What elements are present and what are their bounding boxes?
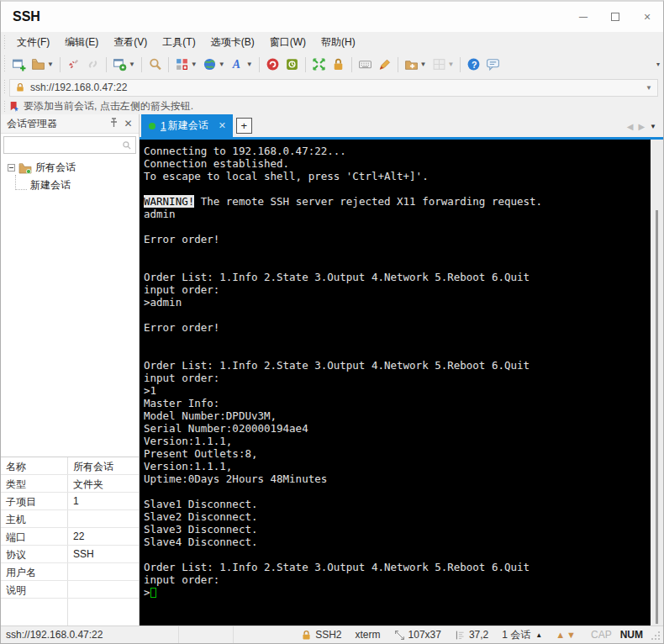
toolbar-overflow-caret[interactable]: ▾ <box>656 61 660 68</box>
toolbar-grip[interactable] <box>3 55 7 72</box>
tab-new-session[interactable]: 1 新建会话 ✕ <box>141 114 233 137</box>
highlight-pen-button[interactable] <box>375 55 394 75</box>
session-tree-item[interactable]: 新建会话 <box>1 177 139 194</box>
terminal-cursor <box>150 588 156 598</box>
toolbar-separator <box>259 57 260 72</box>
scroll-arrows[interactable]: ▲▼ <box>556 630 577 640</box>
property-label: 端口 <box>1 528 68 545</box>
scroll-down-icon[interactable]: ▼ <box>567 630 577 640</box>
menu-item[interactable]: 文件(F) <box>9 32 57 52</box>
property-label: 类型 <box>1 475 68 492</box>
xftp-button[interactable] <box>282 55 302 75</box>
fullscreen-icon <box>312 57 326 71</box>
xagent-button[interactable] <box>263 55 282 75</box>
new-folder-button[interactable]: ▼ <box>402 55 429 75</box>
menu-item[interactable]: 选项卡(B) <box>203 32 262 52</box>
terminal-line: input order: <box>144 283 651 296</box>
session-tree: 所有会话新建会话 <box>1 156 139 457</box>
layout-grid-button[interactable]: ▼ <box>429 55 457 75</box>
property-value: 22 <box>68 528 139 545</box>
help-button[interactable]: ? <box>464 55 483 75</box>
dropdown-caret-icon[interactable]: ▼ <box>129 61 135 68</box>
new-tab-button[interactable]: + <box>236 118 252 134</box>
property-value <box>68 510 139 527</box>
address-dropdown-caret[interactable]: ▼ <box>646 84 652 92</box>
minimize-button[interactable]: ─ <box>567 2 599 32</box>
property-label: 用户名 <box>1 563 68 580</box>
find-button[interactable] <box>145 55 165 75</box>
terminal-line: Version:1.1.1, <box>144 460 651 472</box>
dropdown-caret-icon[interactable]: ▼ <box>47 61 54 68</box>
compose-button[interactable]: ▼ <box>172 55 200 75</box>
menu-item[interactable]: 工具(T) <box>155 32 203 52</box>
dropdown-caret-icon[interactable]: ▼ <box>246 61 253 68</box>
keyboard-button[interactable] <box>356 55 375 75</box>
terminal-line: Uptime:0Days 2Hours 48Minutes <box>144 472 651 485</box>
tab-status-dot <box>149 123 155 129</box>
resize-grip[interactable] <box>651 628 661 641</box>
terminal[interactable]: Connecting to 192.168.0.47:22...Connecti… <box>140 140 651 626</box>
toolbar-separator <box>106 57 107 72</box>
tab-close-icon[interactable]: ✕ <box>219 120 226 131</box>
statusbar-session-count[interactable]: 1 会话 ▲ <box>502 628 542 642</box>
menu-item[interactable]: 窗口(W) <box>262 32 314 52</box>
terminal-scrollbar[interactable] <box>651 140 663 626</box>
toolbar-separator <box>141 57 142 72</box>
font-button[interactable]: A▼ <box>228 55 256 75</box>
addressbar-grip[interactable] <box>3 80 7 95</box>
session-list-caret[interactable]: ▲ <box>535 631 542 639</box>
add-session-flag-icon <box>9 101 19 112</box>
property-label: 主机 <box>1 510 68 527</box>
terminal-line: input order: <box>144 372 651 384</box>
terminal-line: Slave2 Disconnect. <box>144 510 651 523</box>
panel-close-icon[interactable]: ✕ <box>121 118 135 129</box>
property-table-filler <box>1 599 139 626</box>
tab-list-caret[interactable]: ▼ <box>650 123 656 130</box>
encryption-lock-icon <box>301 630 312 641</box>
dropdown-caret-icon[interactable]: ▼ <box>448 61 455 68</box>
terminal-scrollbar-thumb[interactable] <box>656 210 658 624</box>
new-folder-icon <box>404 57 419 71</box>
tree-connector <box>15 175 27 190</box>
property-value: 文件夹 <box>68 475 139 492</box>
dropdown-caret-icon[interactable]: ▼ <box>420 61 427 68</box>
globe-button[interactable]: ▼ <box>200 55 228 75</box>
terminal-line <box>144 334 651 346</box>
menu-bar: 文件(F)编辑(E)查看(V)工具(T)选项卡(B)窗口(W)帮助(H) <box>1 32 663 52</box>
menu-item[interactable]: 帮助(H) <box>314 32 363 52</box>
scroll-up-icon[interactable]: ▲ <box>556 630 567 640</box>
reconnect-button[interactable] <box>83 55 103 75</box>
new-session-button[interactable] <box>9 55 29 75</box>
lock-button[interactable] <box>329 55 348 75</box>
pin-icon[interactable] <box>107 118 121 130</box>
app-window: SSH ─ × 文件(F)编辑(E)查看(V)工具(T)选项卡(B)窗口(W)帮… <box>0 0 664 644</box>
cursor-position-icon <box>455 630 466 641</box>
menu-item[interactable]: 编辑(E) <box>57 32 106 52</box>
menubar-grip[interactable] <box>3 35 7 50</box>
session-search-box[interactable] <box>3 136 136 154</box>
infobar-grip[interactable] <box>3 101 7 112</box>
feedback-button[interactable] <box>483 55 503 75</box>
open-folder-button[interactable]: ▼ <box>29 55 56 75</box>
disconnect-button[interactable] <box>64 55 83 75</box>
statusbar-url: ssh://192.168.0.47:22 <box>1 626 179 643</box>
close-button[interactable]: × <box>631 2 663 32</box>
tab-scroll-right-icon[interactable]: ▶ <box>638 122 645 131</box>
terminal-line: input order: <box>144 573 651 586</box>
tree-expander-icon[interactable] <box>8 164 15 172</box>
terminal-line: Error order! <box>144 233 651 245</box>
fullscreen-button[interactable] <box>309 55 329 75</box>
keyboard-icon <box>358 57 372 71</box>
address-field[interactable]: ssh://192.168.0.47:22 ▼ <box>9 79 658 97</box>
maximize-button[interactable] <box>599 2 631 32</box>
terminal-side: 1 新建会话 ✕ + ◀ ▶ ▼ Connecting to 192.168.0… <box>140 114 663 626</box>
session-search-input[interactable] <box>8 140 122 151</box>
toolbar-separator <box>398 57 398 72</box>
session-properties-button[interactable]: ▼ <box>110 55 138 75</box>
tab-scroll-left-icon[interactable]: ◀ <box>627 122 634 131</box>
dropdown-caret-icon[interactable]: ▼ <box>219 61 225 68</box>
dropdown-caret-icon[interactable]: ▼ <box>191 61 198 68</box>
toolbar-separator <box>351 57 352 72</box>
tab-index: 1 <box>161 120 166 132</box>
menu-item[interactable]: 查看(V) <box>106 32 155 52</box>
